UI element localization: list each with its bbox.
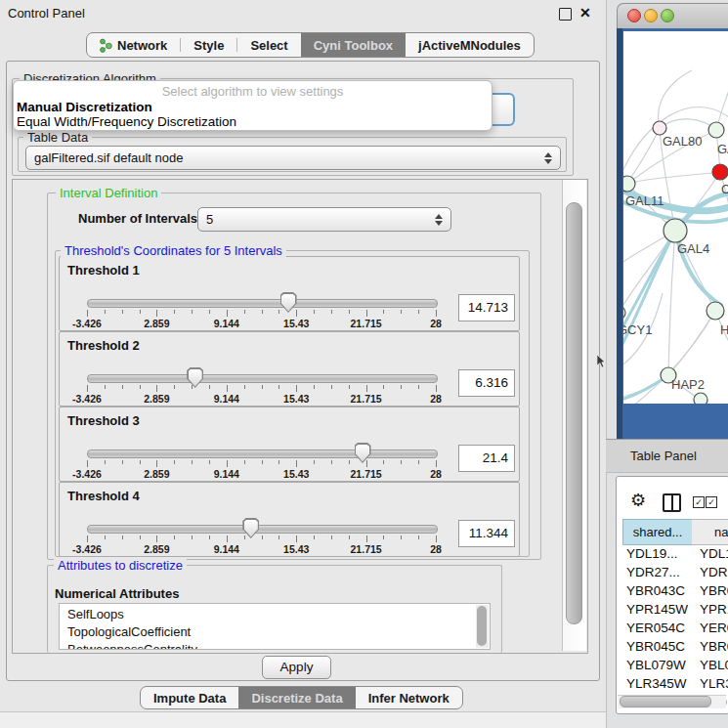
tick-mark [331, 460, 332, 464]
slider-ticks [87, 385, 436, 393]
table-row[interactable]: YBR043CYBR0 [618, 582, 728, 601]
columns-icon[interactable] [663, 493, 681, 512]
tick-label: 9.144 [214, 318, 239, 329]
tick-label: -3.426 [72, 318, 102, 329]
tick-mark [296, 535, 297, 542]
slider-thumb[interactable] [280, 292, 297, 313]
tick-mark [105, 310, 106, 314]
close-traffic-light[interactable] [627, 9, 641, 22]
tab-network[interactable]: Network [87, 33, 180, 57]
network-node-gal4[interactable] [664, 219, 687, 242]
network-node-gcy1[interactable] [623, 306, 625, 320]
network-node-ga[interactable] [708, 122, 724, 138]
tick-label: 28 [430, 543, 442, 555]
network-canvas[interactable]: GAL80GACGAL11GAL4GCY1HHAP2 [623, 31, 728, 404]
tab-cyni-toolbox[interactable]: Cyni Toolbox [301, 33, 406, 57]
attribute-item-betweennesscentrality[interactable]: BetweennessCentrality [67, 642, 197, 650]
tick-mark [174, 385, 175, 389]
network-node-c[interactable] [712, 164, 728, 180]
control-panel-title: Control Panel [8, 6, 85, 21]
attribute-item-topologicalcoefficient[interactable]: TopologicalCoefficient [67, 624, 191, 639]
algorithm-option-equal-width[interactable]: Equal Width/Frequency Discretization [17, 114, 236, 129]
tab-select[interactable]: Select [237, 33, 300, 57]
tick-mark [156, 385, 157, 392]
cell-shared-name: YER054C [626, 621, 685, 635]
table-row[interactable]: YER054CYER0 [618, 620, 728, 638]
number-of-intervals-combobox[interactable]: 5 [197, 207, 451, 232]
tick-mark [383, 310, 384, 314]
apply-button[interactable]: Apply [262, 656, 331, 679]
network-node-h[interactable] [707, 302, 724, 320]
cell-shared-name: YBL079W [626, 658, 686, 672]
tick-mark [209, 535, 210, 539]
threshold-panel-4: Threshold 4-3.4262.8599.14415.4321.71528… [59, 482, 520, 557]
tick-mark [140, 460, 141, 464]
checkbox-icon[interactable]: ✓ [706, 496, 717, 508]
network-node-gal80[interactable] [653, 121, 666, 135]
tick-mark [87, 460, 88, 467]
network-node-label: C [721, 182, 728, 196]
tick-mark [105, 385, 106, 389]
numerical-attributes-list[interactable]: SelfLoopsTopologicalCoefficientBetweenne… [59, 603, 491, 650]
table-row[interactable]: YLR345WYLR3 [618, 675, 728, 694]
close-icon[interactable]: ✕ [579, 5, 591, 21]
table-data-combobox[interactable]: galFiltered.sif default node [25, 146, 561, 170]
tick-mark [349, 535, 350, 539]
algorithm-option-manual[interactable]: Manual Discretization [17, 100, 152, 114]
zoom-traffic-light[interactable] [661, 9, 674, 22]
threshold-label: Threshold 3 [67, 413, 140, 428]
tick-mark [122, 535, 123, 539]
gear-icon[interactable]: ⚙ [630, 490, 646, 511]
slider-track[interactable] [87, 450, 438, 458]
column-header-name[interactable]: na [692, 519, 728, 545]
window-bottom-strip [0, 711, 606, 728]
tab-jactivemnodules[interactable]: jActiveMNodules [406, 33, 534, 57]
table-row[interactable]: YDR27...YDR2 [618, 564, 728, 582]
tab-impute-data[interactable]: Impute Data [141, 687, 238, 708]
float-window-icon[interactable] [559, 8, 572, 21]
network-node-gal11[interactable] [623, 176, 635, 192]
table-row[interactable]: YDL19...YDL1 [618, 545, 728, 564]
tick-mark [87, 385, 88, 392]
threshold-value-field[interactable]: 14.713 [458, 294, 515, 321]
threshold-value-field[interactable]: 11.344 [458, 520, 515, 547]
table-row[interactable]: YBR045CYBR0 [618, 638, 728, 657]
tab-infer-network[interactable]: Infer Network [356, 687, 462, 708]
tick-mark [349, 310, 350, 314]
checkbox-icon[interactable]: ✓ [693, 496, 705, 508]
attribute-item-selfloops[interactable]: SelfLoops [67, 607, 124, 621]
list-scrollbar-thumb[interactable] [477, 606, 487, 646]
tick-mark [401, 310, 402, 314]
table-row[interactable]: YPR145WYPR1 [618, 601, 728, 620]
cell-shared-name: YBR045C [626, 639, 685, 654]
tick-mark [227, 460, 228, 467]
vertical-scrollbar-thumb[interactable] [566, 202, 582, 624]
network-node[interactable] [694, 393, 707, 404]
bottom-tabbar: Impute DataDiscretize DataInfer Network [140, 686, 463, 709]
minimize-traffic-light[interactable] [644, 9, 658, 22]
slider-track[interactable] [87, 374, 438, 383]
tab-style[interactable]: Style [181, 33, 236, 57]
slider-thumb[interactable] [187, 367, 203, 388]
tick-mark [314, 310, 315, 314]
slider-track[interactable] [87, 525, 438, 534]
tick-label: 15.43 [283, 543, 309, 555]
tick-mark [278, 460, 279, 464]
threshold-value-field[interactable]: 6.316 [458, 369, 515, 397]
list-scrollbar-track[interactable] [476, 605, 489, 648]
tab-discretize-data[interactable]: Discretize Data [238, 687, 355, 708]
tick-mark [122, 385, 123, 389]
tick-label: 21.715 [351, 393, 382, 405]
horizontal-scrollbar-thumb[interactable] [620, 696, 711, 707]
slider-track[interactable] [87, 299, 438, 308]
threshold-value-field[interactable]: 21.4 [458, 445, 515, 472]
column-header-shared-name[interactable]: shared... [622, 519, 693, 545]
slider-thumb[interactable] [355, 443, 371, 463]
table-row[interactable]: YBL079WYBL0 [618, 657, 728, 675]
cell-name: YDL1 [700, 546, 728, 561]
slider-thumb[interactable] [242, 518, 259, 538]
tick-mark [209, 385, 210, 389]
cell-name: YBR0 [700, 639, 728, 654]
tick-mark [401, 385, 402, 389]
network-edge [627, 128, 660, 184]
